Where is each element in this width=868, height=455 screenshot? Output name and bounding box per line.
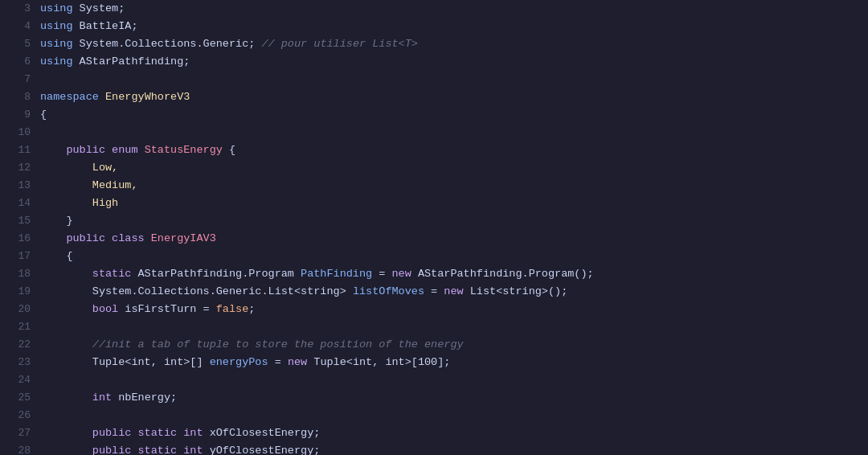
code-line: public enum StatusEnergy { [40,141,868,159]
line-number: 11 [10,141,31,159]
code-content[interactable]: using System;using BattleIA;using System… [40,0,868,455]
code-line: } [40,212,868,230]
code-line [40,71,868,88]
line-numbers: 3456789101112131415161718192021222324252… [0,0,40,455]
code-line: using BattleIA; [40,18,868,35]
line-number: 19 [10,283,31,301]
code-line: High [40,195,868,212]
line-number: 28 [10,442,31,455]
code-line: //init a tab of tuple to store the posit… [40,336,868,354]
line-number: 17 [10,248,31,265]
code-line: namespace EnergyWhoreV3 [40,88,868,106]
line-number: 5 [10,35,31,53]
line-number: 8 [10,88,31,106]
line-number: 24 [10,371,31,389]
code-editor: 3456789101112131415161718192021222324252… [0,0,868,455]
code-line: Medium, [40,177,868,195]
code-line [40,318,868,336]
line-number: 27 [10,424,31,442]
code-line [40,124,868,141]
line-number: 22 [10,336,31,354]
code-line: public static int xOfClosestEnergy; [40,424,868,442]
code-line: using AStarPathfinding; [40,53,868,71]
line-number: 18 [10,265,31,283]
line-number: 13 [10,177,31,195]
code-line: System.Collections.Generic.List<string> … [40,283,868,301]
line-number: 14 [10,195,31,212]
code-line: { [40,106,868,124]
code-line: public static int yOfClosestEnergy; [40,442,868,455]
code-line: static AStarPathfinding.Program PathFind… [40,265,868,283]
code-line: Low, [40,159,868,177]
line-number: 23 [10,354,31,371]
line-number: 25 [10,389,31,407]
line-number: 12 [10,159,31,177]
line-number: 16 [10,230,31,248]
code-line: using System; [40,0,868,18]
line-number: 15 [10,212,31,230]
line-number: 20 [10,301,31,318]
code-line [40,407,868,424]
line-number: 4 [10,18,31,35]
code-line [40,371,868,389]
line-number: 6 [10,53,31,71]
code-line: { [40,248,868,265]
line-number: 21 [10,318,31,336]
line-number: 3 [10,0,31,18]
code-line: Tuple<int, int>[] energyPos = new Tuple<… [40,354,868,371]
line-number: 7 [10,71,31,88]
code-line: bool isFirstTurn = false; [40,301,868,318]
line-number: 26 [10,407,31,424]
code-line: using System.Collections.Generic; // pou… [40,35,868,53]
code-line: public class EnergyIAV3 [40,230,868,248]
line-number: 9 [10,106,31,124]
code-line: int nbEnergy; [40,389,868,407]
line-number: 10 [10,124,31,141]
